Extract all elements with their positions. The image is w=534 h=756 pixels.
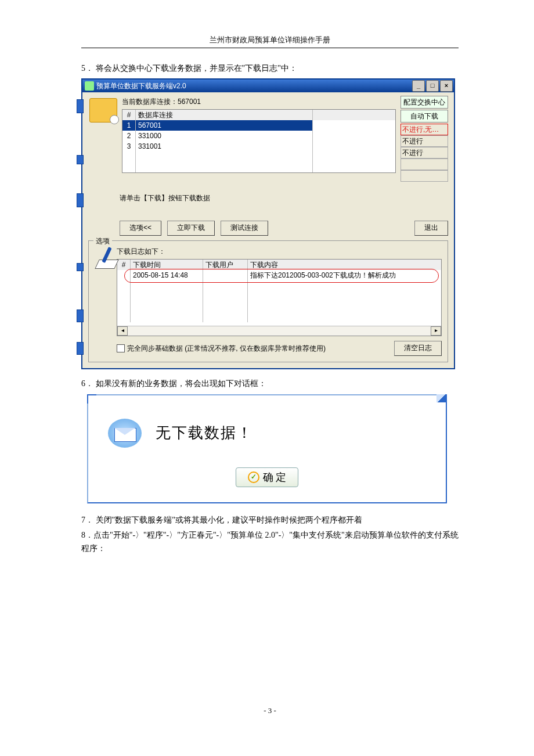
app-icon	[85, 81, 94, 91]
edge-fragment	[77, 263, 84, 271]
page-number: - 3 -	[81, 706, 459, 715]
col-header-num: #	[122, 110, 136, 120]
options-groupbox: 选项 下载日志如下： # 下载时间 下载用户 下载内容	[88, 240, 448, 362]
full-sync-checkbox[interactable]	[117, 344, 125, 352]
edge-fragment	[77, 342, 84, 355]
col-header-db: 数据库连接	[136, 110, 313, 120]
edge-fragment	[77, 309, 84, 322]
ok-button[interactable]: ✓ 确 定	[236, 467, 299, 487]
dialog-message: 无下载数据！	[156, 423, 253, 443]
edge-fragment	[77, 99, 84, 113]
scroll-right-icon[interactable]: ▸	[431, 326, 441, 336]
groupbox-legend: 选项	[93, 236, 112, 246]
auto-download-cell[interactable]	[400, 159, 448, 170]
col-header-time: 下载时间	[131, 260, 203, 270]
horizontal-scrollbar[interactable]: ◂ ▸	[117, 326, 441, 336]
folder-icon	[89, 98, 117, 123]
message-dialog: 无下载数据！ ✓ 确 定	[87, 394, 447, 503]
list-item-8: 8．点击"开始"-〉"程序"-〉"方正春元"-〉"预算单位 2.0"-〉"集中支…	[81, 529, 459, 555]
table-row[interactable]: 1 567001	[122, 120, 395, 131]
prompt-text: 请单击【下载】按钮下载数据	[120, 193, 448, 203]
table-row[interactable]: 2 331000	[122, 131, 395, 141]
clear-log-button[interactable]: 清空日志	[394, 341, 442, 356]
list-item-7: 7． 关闭"数据下载服务端"或将其最小化，建议平时操作时候把两个程序都开着	[81, 514, 459, 527]
maximize-button[interactable]: □	[426, 80, 439, 92]
app-window: 预算单位数据下载服务端v2.0 _ □ × 当前数据库连接：567001 # 数	[81, 78, 455, 369]
col-header-user: 下载用户	[203, 260, 248, 270]
check-icon: ✓	[248, 471, 259, 483]
close-button[interactable]: ×	[440, 80, 453, 92]
ok-button-label: 确 定	[263, 470, 287, 484]
exit-button[interactable]: 退出	[414, 221, 448, 236]
document-header: 兰州市财政局预算单位详细操作手册	[81, 35, 459, 48]
connection-table[interactable]: # 数据库连接 1 567001 2 331000 3	[122, 109, 396, 173]
auto-download-cell[interactable]: 不进行	[400, 135, 448, 147]
test-connection-button[interactable]: 测试连接	[221, 221, 268, 236]
table-row[interactable]: 3 331001	[122, 141, 395, 152]
mail-icon	[108, 419, 142, 448]
log-table[interactable]: # 下载时间 下载用户 下载内容 2005-08-15 14:48	[117, 259, 442, 336]
auto-download-cell[interactable]	[400, 170, 448, 182]
configure-exchange-button[interactable]: 配置交换中心	[400, 96, 448, 109]
list-item-6: 6． 如果没有新的业务数据，将会出现如下对话框：	[81, 377, 459, 390]
dialog-corner-icon	[87, 394, 96, 404]
col-header-content: 下载内容	[248, 260, 441, 270]
window-title: 预算单位数据下载服务端v2.0	[96, 81, 412, 91]
col-header-num: #	[117, 260, 131, 270]
minimize-button[interactable]: _	[412, 80, 425, 92]
scroll-left-icon[interactable]: ◂	[117, 326, 128, 336]
log-title: 下载日志如下：	[117, 247, 442, 257]
list-item-5: 5． 将会从交换中心下载业务数据，并显示在"下载日志"中：	[81, 62, 459, 75]
edge-fragment	[77, 155, 84, 164]
log-icon	[95, 247, 112, 270]
auto-download-cell[interactable]: 不进行,无…	[400, 124, 448, 135]
table-row[interactable]: 2005-08-15 14:48 指标下达2012005-003-002下载成功…	[117, 270, 441, 280]
edge-fragment	[77, 193, 84, 207]
auto-download-header: 自动下载	[400, 110, 448, 123]
auto-download-cell[interactable]: 不进行	[400, 147, 448, 159]
window-titlebar: 预算单位数据下载服务端v2.0 _ □ ×	[82, 80, 454, 92]
current-connection-label: 当前数据库连接：567001	[122, 97, 396, 107]
options-button[interactable]: 选项<<	[120, 221, 161, 236]
full-sync-label: 完全同步基础数据 (正常情况不推荐, 仅在数据库异常时推荐使用)	[127, 344, 326, 354]
download-now-button[interactable]: 立即下载	[167, 221, 215, 236]
